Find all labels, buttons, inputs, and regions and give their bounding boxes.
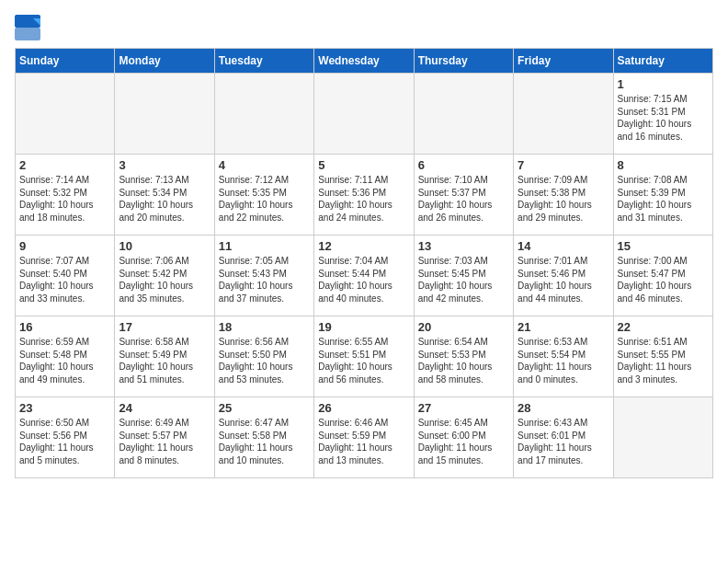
calendar-week-row: 16Sunrise: 6:59 AM Sunset: 5:48 PM Dayli… (16, 316, 713, 397)
day-info: Sunrise: 7:12 AM Sunset: 5:35 PM Dayligh… (219, 174, 310, 224)
day-number: 8 (618, 158, 709, 172)
calendar-cell: 14Sunrise: 7:01 AM Sunset: 5:46 PM Dayli… (514, 236, 613, 316)
calendar-cell (16, 74, 115, 155)
logo (15, 15, 44, 40)
day-info: Sunrise: 7:04 AM Sunset: 5:44 PM Dayligh… (318, 255, 409, 304)
day-number: 1 (618, 77, 709, 91)
day-number: 21 (518, 320, 609, 334)
day-number: 15 (618, 239, 709, 253)
calendar-cell: 10Sunrise: 7:06 AM Sunset: 5:42 PM Dayli… (115, 236, 214, 316)
calendar-cell (214, 74, 313, 155)
day-number: 7 (518, 158, 609, 172)
calendar-cell: 21Sunrise: 6:53 AM Sunset: 5:54 PM Dayli… (514, 316, 613, 397)
calendar-week-row: 23Sunrise: 6:50 AM Sunset: 5:56 PM Dayli… (16, 397, 713, 478)
day-info: Sunrise: 7:11 AM Sunset: 5:36 PM Dayligh… (318, 174, 409, 224)
day-info: Sunrise: 7:13 AM Sunset: 5:34 PM Dayligh… (119, 174, 210, 224)
calendar-cell: 9Sunrise: 7:07 AM Sunset: 5:40 PM Daylig… (16, 236, 115, 316)
calendar-cell: 11Sunrise: 7:05 AM Sunset: 5:43 PM Dayli… (214, 236, 313, 316)
day-info: Sunrise: 6:55 AM Sunset: 5:51 PM Dayligh… (318, 336, 409, 385)
calendar-cell: 15Sunrise: 7:00 AM Sunset: 5:47 PM Dayli… (613, 236, 712, 316)
day-number: 18 (219, 320, 310, 334)
day-info: Sunrise: 7:09 AM Sunset: 5:38 PM Dayligh… (518, 174, 609, 224)
day-info: Sunrise: 6:49 AM Sunset: 5:57 PM Dayligh… (119, 417, 210, 466)
calendar-cell: 23Sunrise: 6:50 AM Sunset: 5:56 PM Dayli… (16, 397, 115, 478)
day-number: 12 (318, 239, 409, 253)
day-info: Sunrise: 6:56 AM Sunset: 5:50 PM Dayligh… (219, 336, 310, 385)
calendar-cell: 25Sunrise: 6:47 AM Sunset: 5:58 PM Dayli… (214, 397, 313, 478)
day-info: Sunrise: 6:45 AM Sunset: 6:00 PM Dayligh… (418, 417, 509, 466)
day-number: 9 (19, 239, 110, 253)
calendar-table: SundayMondayTuesdayWednesdayThursdayFrid… (15, 48, 713, 478)
day-number: 27 (418, 401, 509, 415)
day-number: 22 (618, 320, 709, 334)
day-number: 20 (418, 320, 509, 334)
calendar-header-row: SundayMondayTuesdayWednesdayThursdayFrid… (16, 49, 713, 74)
day-info: Sunrise: 7:06 AM Sunset: 5:42 PM Dayligh… (119, 255, 210, 304)
calendar-cell: 17Sunrise: 6:58 AM Sunset: 5:49 PM Dayli… (115, 316, 214, 397)
day-info: Sunrise: 7:08 AM Sunset: 5:39 PM Dayligh… (618, 174, 709, 224)
day-number: 25 (219, 401, 310, 415)
day-number: 16 (19, 320, 110, 334)
page-header (15, 15, 713, 40)
day-info: Sunrise: 7:14 AM Sunset: 5:32 PM Dayligh… (19, 174, 110, 224)
calendar-cell: 18Sunrise: 6:56 AM Sunset: 5:50 PM Dayli… (214, 316, 313, 397)
day-info: Sunrise: 6:46 AM Sunset: 5:59 PM Dayligh… (318, 417, 409, 466)
calendar-header-monday: Monday (115, 49, 214, 74)
calendar-header-thursday: Thursday (414, 49, 513, 74)
calendar-cell: 12Sunrise: 7:04 AM Sunset: 5:44 PM Dayli… (314, 236, 414, 316)
day-number: 23 (19, 401, 110, 415)
calendar-week-row: 2Sunrise: 7:14 AM Sunset: 5:32 PM Daylig… (16, 155, 713, 236)
svg-rect-1 (15, 28, 40, 40)
day-number: 17 (119, 320, 210, 334)
calendar-week-row: 9Sunrise: 7:07 AM Sunset: 5:40 PM Daylig… (16, 236, 713, 316)
day-info: Sunrise: 6:50 AM Sunset: 5:56 PM Dayligh… (19, 417, 110, 466)
calendar-cell (115, 74, 214, 155)
calendar-header-wednesday: Wednesday (314, 49, 414, 74)
day-number: 19 (318, 320, 409, 334)
calendar-week-row: 1Sunrise: 7:15 AM Sunset: 5:31 PM Daylig… (16, 74, 713, 155)
calendar-cell (314, 74, 414, 155)
calendar-cell: 8Sunrise: 7:08 AM Sunset: 5:39 PM Daylig… (613, 155, 712, 236)
day-number: 14 (518, 239, 609, 253)
day-info: Sunrise: 6:47 AM Sunset: 5:58 PM Dayligh… (219, 417, 310, 466)
calendar-cell (514, 74, 613, 155)
calendar-cell: 27Sunrise: 6:45 AM Sunset: 6:00 PM Dayli… (414, 397, 513, 478)
day-info: Sunrise: 6:51 AM Sunset: 5:55 PM Dayligh… (618, 336, 709, 385)
calendar-cell: 1Sunrise: 7:15 AM Sunset: 5:31 PM Daylig… (613, 74, 712, 155)
day-info: Sunrise: 7:03 AM Sunset: 5:45 PM Dayligh… (418, 255, 509, 304)
day-number: 28 (518, 401, 609, 415)
calendar-cell (613, 397, 712, 478)
calendar-cell: 19Sunrise: 6:55 AM Sunset: 5:51 PM Dayli… (314, 316, 414, 397)
day-info: Sunrise: 7:10 AM Sunset: 5:37 PM Dayligh… (418, 174, 509, 224)
day-info: Sunrise: 6:54 AM Sunset: 5:53 PM Dayligh… (418, 336, 509, 385)
day-number: 6 (418, 158, 509, 172)
logo-icon (15, 15, 40, 40)
calendar-cell: 5Sunrise: 7:11 AM Sunset: 5:36 PM Daylig… (314, 155, 414, 236)
calendar-cell: 22Sunrise: 6:51 AM Sunset: 5:55 PM Dayli… (613, 316, 712, 397)
day-number: 3 (119, 158, 210, 172)
day-info: Sunrise: 6:53 AM Sunset: 5:54 PM Dayligh… (518, 336, 609, 385)
day-info: Sunrise: 7:01 AM Sunset: 5:46 PM Dayligh… (518, 255, 609, 304)
day-number: 13 (418, 239, 509, 253)
day-info: Sunrise: 6:59 AM Sunset: 5:48 PM Dayligh… (19, 336, 110, 385)
calendar-cell: 28Sunrise: 6:43 AM Sunset: 6:01 PM Dayli… (514, 397, 613, 478)
day-number: 2 (19, 158, 110, 172)
day-number: 10 (119, 239, 210, 253)
day-info: Sunrise: 6:58 AM Sunset: 5:49 PM Dayligh… (119, 336, 210, 385)
calendar-cell: 4Sunrise: 7:12 AM Sunset: 5:35 PM Daylig… (214, 155, 313, 236)
calendar-cell: 24Sunrise: 6:49 AM Sunset: 5:57 PM Dayli… (115, 397, 214, 478)
calendar-cell: 6Sunrise: 7:10 AM Sunset: 5:37 PM Daylig… (414, 155, 513, 236)
calendar-header-sunday: Sunday (16, 49, 115, 74)
calendar-cell (414, 74, 513, 155)
day-info: Sunrise: 7:05 AM Sunset: 5:43 PM Dayligh… (219, 255, 310, 304)
calendar-header-tuesday: Tuesday (214, 49, 313, 74)
calendar-cell: 3Sunrise: 7:13 AM Sunset: 5:34 PM Daylig… (115, 155, 214, 236)
calendar-cell: 13Sunrise: 7:03 AM Sunset: 5:45 PM Dayli… (414, 236, 513, 316)
day-number: 4 (219, 158, 310, 172)
calendar-header-friday: Friday (514, 49, 613, 74)
calendar-cell: 20Sunrise: 6:54 AM Sunset: 5:53 PM Dayli… (414, 316, 513, 397)
day-number: 11 (219, 239, 310, 253)
day-info: Sunrise: 7:15 AM Sunset: 5:31 PM Dayligh… (618, 93, 709, 143)
day-info: Sunrise: 6:43 AM Sunset: 6:01 PM Dayligh… (518, 417, 609, 466)
day-info: Sunrise: 7:07 AM Sunset: 5:40 PM Dayligh… (19, 255, 110, 304)
